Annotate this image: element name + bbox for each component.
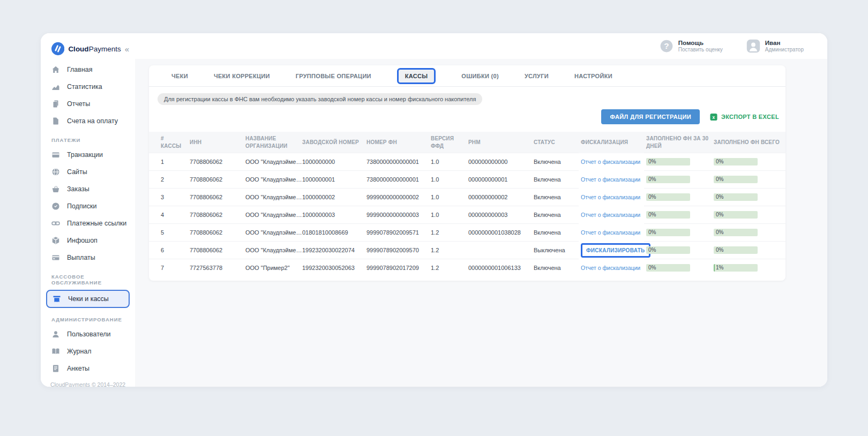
cell-fn-filled-total: 0% [712, 171, 785, 189]
fiscalization-report-link[interactable]: Отчет о фискализации [581, 159, 640, 165]
registration-file-button[interactable]: ФАЙЛ ДЛЯ РЕГИСТРАЦИИ [601, 109, 700, 124]
sidebar-item-form[interactable]: Анкеты [41, 360, 135, 377]
cell-org-name: ООО "Клаудпэйме… [243, 206, 300, 224]
sidebar-item-journal[interactable]: Журнал [41, 343, 135, 360]
sidebar-item-label: Выплаты [67, 254, 95, 261]
sidebar-item-cube[interactable]: Инфошоп [41, 232, 135, 249]
export-excel-button[interactable]: x ЭКСПОРТ В EXCEL [709, 113, 779, 121]
cell-fn-number: 7380000000000001 [364, 153, 429, 171]
stats-icon [51, 82, 60, 91]
cube-icon [51, 236, 60, 245]
cell-inn: 7708806062 [188, 242, 243, 259]
fiscalization-report-link[interactable]: Отчет о фискализации [581, 265, 640, 271]
fn-progress-bar: 0% [646, 229, 690, 236]
tab-2[interactable]: ЧЕКИ КОРРЕКЦИИ [214, 73, 270, 79]
sidebar-item-label: Статистика [67, 83, 102, 91]
cell-fn-filled-30-days: 0% [644, 153, 712, 171]
column-header: РНМ [466, 132, 532, 153]
collapse-sidebar-icon[interactable] [125, 44, 129, 54]
help-subtitle: Поставить оценку [678, 47, 723, 54]
tab-3[interactable]: ГРУППОВЫЕ ОПЕРАЦИИ [296, 73, 371, 79]
content-area: ЧЕКИЧЕКИ КОРРЕКЦИИГРУППОВЫЕ ОПЕРАЦИИКАСС… [135, 59, 827, 387]
cell-rnm: 000000000001 [466, 171, 532, 189]
fiscalization-report-link[interactable]: Отчет о фискализации [581, 212, 640, 218]
logo-row: CloudPayments [41, 33, 135, 59]
fn-progress-label: 0% [648, 229, 656, 236]
cell-ffd-version: 1.0 [429, 189, 466, 206]
cloudpayments-logo-icon [51, 42, 64, 56]
actions-row: ФАЙЛ ДЛЯ РЕГИСТРАЦИИ x ЭКСПОРТ В EXCEL [149, 105, 785, 124]
excel-icon: x [709, 113, 718, 121]
cell-status: Включена [532, 259, 579, 277]
cell-fn-filled-30-days: 0% [644, 206, 712, 224]
cell-kassa-num: 7 [149, 259, 188, 277]
cell-fn-filled-total: 1% [712, 259, 785, 277]
fiscalization-report-link[interactable]: Отчет о фискализации [581, 194, 640, 200]
column-header: ИНН [188, 132, 243, 153]
table-row: 57708806062ООО "Клаудпэйме…0180181000866… [149, 224, 785, 242]
sidebar-item-home[interactable]: Главная [41, 61, 135, 78]
table-row: 47708806062ООО "Клаудпэйме…1000000003999… [149, 206, 785, 224]
tab-6[interactable]: УСЛУГИ [525, 73, 549, 79]
tab-7[interactable]: НАСТРОЙКИ [574, 73, 612, 79]
sidebar-item-label: Журнал [67, 348, 92, 355]
cell-ffd-version: 1.0 [429, 171, 466, 189]
sidebar-item-users[interactable]: Пользователи [41, 326, 135, 343]
kassy-table: # КАССЫИНННАЗВАНИЕ ОРГАНИЗАЦИИЗАВОДСКОЙ … [149, 132, 785, 276]
home-icon [51, 65, 60, 74]
sidebar-section-label: АДМИНИСТРИРОВАНИЕ [41, 309, 135, 326]
sidebar-item-link[interactable]: Платежные ссылки [41, 215, 135, 232]
table-row: 77727563778ООО "Пример2"1992320030052063… [149, 259, 785, 277]
cell-org-name: ООО "Клаудпэйме… [243, 171, 300, 189]
cell-kassa-num: 6 [149, 242, 188, 259]
sidebar-item-badge[interactable]: Подписки [41, 198, 135, 215]
cell-rnm [466, 242, 532, 259]
column-header: ФИСКАЛИЗАЦИЯ [579, 132, 644, 153]
sidebar-item-reports[interactable]: Отчеты [41, 95, 135, 112]
fiscalize-button[interactable]: ФИСКАЛИЗИРОВАТЬ [581, 243, 650, 258]
user-name: Иван [765, 39, 804, 47]
cell-rnm: 0000000001038028 [466, 224, 532, 242]
cell-fn-number: 9999078902009570 [364, 242, 429, 259]
sidebar-item-label: Анкеты [67, 365, 89, 372]
cell-kassa-num: 1 [149, 153, 188, 171]
column-header: # КАССЫ [149, 132, 188, 153]
tab-1[interactable]: ЧЕКИ [171, 73, 188, 79]
fn-progress-bar: 0% [714, 158, 758, 166]
fn-progress-bar: 0% [714, 176, 758, 183]
cell-fiscalization: Отчет о фискализации [579, 224, 644, 242]
cell-fn-number: 9999078902009571 [364, 224, 429, 242]
tab-5[interactable]: ОШИБКИ (0) [461, 73, 499, 79]
brand-rest: Payments [89, 45, 121, 53]
help-button[interactable]: ? Помощь Поставить оценку [660, 39, 723, 54]
fn-progress-bar: 0% [646, 264, 690, 272]
form-icon [51, 364, 60, 373]
sidebar-item-payout[interactable]: Выплаты [41, 249, 135, 266]
user-menu[interactable]: Иван Администратор [746, 39, 804, 54]
fn-progress-bar: 0% [714, 193, 758, 201]
sidebar: CloudPayments ГлавнаяСтатистикаОтчетыСче… [41, 33, 135, 387]
sidebar-item-label: Подписки [67, 202, 96, 210]
sidebar-item-basket[interactable]: Заказы [41, 181, 135, 198]
copyright: CloudPayments © 2014–2022 [41, 377, 135, 387]
sidebar-item-card[interactable]: Транзакции [41, 146, 135, 163]
cell-fn-number: 7380000000000001 [364, 171, 429, 189]
cell-status: Включена [532, 171, 579, 189]
fiscalization-report-link[interactable]: Отчет о фискализации [581, 229, 640, 236]
sidebar-item-globe[interactable]: Сайты [41, 163, 135, 181]
tab-4[interactable]: КАССЫ [397, 68, 436, 84]
sidebar-item-receipt[interactable]: Чеки и кассы [46, 290, 130, 308]
cell-fn-filled-30-days: 0% [644, 171, 712, 189]
fn-progress-label: 1% [716, 264, 723, 272]
cell-org-name: ООО "Клаудпэйме… [243, 224, 300, 242]
fiscalization-report-link[interactable]: Отчет о фискализации [581, 176, 640, 183]
sidebar-item-stats[interactable]: Статистика [41, 78, 135, 95]
fn-progress-label: 0% [648, 193, 656, 201]
cell-ffd-version: 1.2 [429, 259, 466, 277]
reports-icon [51, 100, 60, 108]
cell-fn-number: 9999078902017209 [364, 259, 429, 277]
sidebar-item-label: Пользователи [67, 330, 111, 338]
fn-progress-label: 0% [648, 211, 656, 219]
cell-fn-filled-30-days: 0% [644, 189, 712, 206]
sidebar-item-invoice[interactable]: Счета на оплату [41, 112, 135, 130]
